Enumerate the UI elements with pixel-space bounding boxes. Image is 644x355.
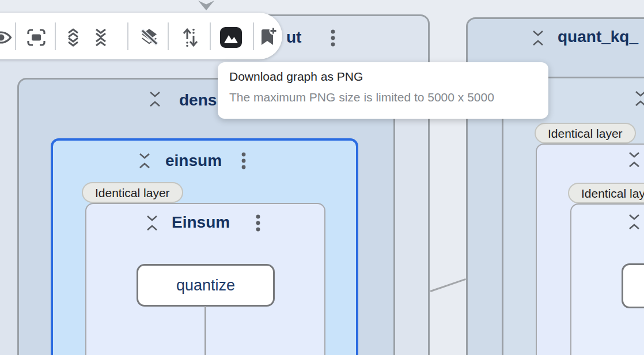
download-png-active-box [220,27,242,48]
collapse-layer-icon[interactable] [146,214,158,232]
toolbar-divider [210,22,211,50]
dense-group-title: dens [179,91,217,109]
download-png-tooltip: Download graph as PNG The maximum PNG si… [218,62,548,119]
edge-arrowhead-icon [198,1,214,10]
expand-all-layers-icon[interactable] [60,25,86,50]
op-node-label: quantize [176,277,235,294]
toolbar-divider [15,22,16,50]
op-node-quantize[interactable]: quantize [137,264,275,307]
toolbar-divider [168,22,169,50]
output-group-title: ut [286,28,301,47]
tooltip-title: Download graph as PNG [229,70,548,84]
collapse-all-layers-icon[interactable] [88,25,113,50]
graph-edge [430,278,466,292]
model-explorer-canvas[interactable]: ut dens einsum Identical layer Einsum qu… [0,0,644,355]
collapse-layer-icon[interactable] [532,29,544,47]
identical-layer-badge: Identical layer [82,182,183,203]
einsum-inner-title: Einsum [172,213,230,232]
overflow-menu-icon[interactable] [241,152,246,169]
visibility-eye-icon[interactable] [0,25,14,50]
hide-layers-icon[interactable] [137,25,162,50]
collapse-layer-icon[interactable] [138,152,151,169]
overflow-menu-icon[interactable] [256,214,260,232]
identical-layer-badge: Identical layer [535,123,636,143]
collapse-layer-icon[interactable] [149,90,161,108]
toolbar-divider [127,22,128,50]
collapse-layer-icon[interactable] [634,90,644,107]
collapse-layer-icon[interactable] [628,151,641,168]
quant-group-title: quant_kq_ [558,28,638,46]
flatten-layers-icon[interactable] [177,25,203,50]
einsum-group-title: einsum [165,152,222,170]
fit-to-screen-icon[interactable] [24,25,49,50]
collapse-layer-icon[interactable] [628,213,641,231]
toolbar-divider [253,22,254,50]
graph-toolbar [0,13,282,59]
overflow-menu-icon[interactable] [331,29,335,47]
toolbar-divider [55,22,56,50]
tooltip-subtitle: The maximum PNG size is limited to 5000 … [229,90,548,104]
identical-layer-badge: Identical layer [568,183,644,203]
add-bookmark-icon[interactable] [255,25,280,50]
graph-edge [204,306,206,355]
op-node-right-partial[interactable] [622,263,644,308]
download-png-icon[interactable] [218,25,244,50]
